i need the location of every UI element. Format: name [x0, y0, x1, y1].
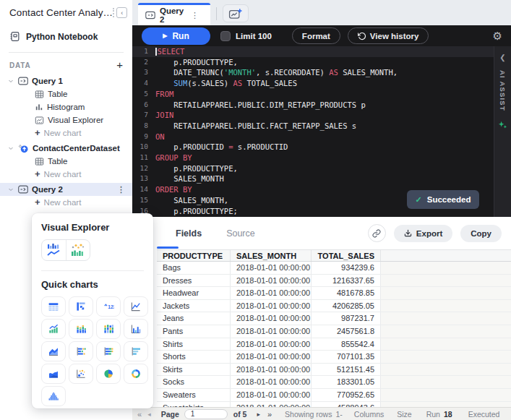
next-page-button[interactable]: ▸ [257, 411, 260, 418]
gear-icon[interactable]: ⚙ [493, 30, 505, 43]
quick-chart-line-icon[interactable] [124, 296, 148, 317]
quick-chart-combo-icon[interactable] [41, 319, 66, 339]
chevron-down-icon[interactable] [7, 145, 14, 152]
tree-item-query-1[interactable]: Query 1 [0, 74, 132, 87]
quick-chart-donut-icon[interactable] [124, 364, 148, 384]
table-row[interactable]: Sweaters2018-01-01 00:00:00770952.65 [157, 389, 511, 402]
code-line-11[interactable]: 11GROUP BY [132, 153, 494, 163]
copy-button[interactable]: Copy [460, 225, 502, 242]
python-notebook-item[interactable]: Python Notebook [0, 25, 132, 46]
table-row[interactable]: Skirts2018-01-01 00:00:00512151.45 [157, 364, 511, 377]
line-number: 13 [132, 173, 155, 184]
quick-chart-scatter-icon[interactable] [69, 364, 93, 384]
link-button[interactable] [368, 224, 386, 242]
expand-panel-icon[interactable]: ❮ [499, 53, 505, 61]
code-line-9[interactable]: 9ON [132, 132, 494, 142]
table-icon [35, 90, 44, 99]
tree-item-contactcenterdataset-new-chart[interactable]: +New chart [0, 168, 132, 181]
quick-chart-h-bar-icon[interactable] [124, 341, 148, 361]
quick-chart-pie-icon[interactable] [96, 364, 121, 384]
tree-item-query-2-new-chart[interactable]: +New chart [0, 196, 132, 209]
table-row[interactable]: Shorts2018-01-01 00:00:00707101.35 [157, 351, 511, 364]
ai-sparkles-icon[interactable] [498, 120, 507, 129]
table-row[interactable]: Sweatshirts2018-01-01 00:00:004588943.6 [157, 402, 511, 407]
query-tab-icon [145, 11, 155, 20]
tree-item-query-1-visual-explorer[interactable]: Visual Explorer [0, 113, 132, 127]
sidebar-collapse-button[interactable]: ‹ [113, 7, 127, 18]
run-label: Run [172, 31, 189, 41]
quick-chart-big-number-icon[interactable]: 123 [96, 296, 121, 317]
run-button[interactable]: ▶ Run [142, 27, 210, 45]
visual-explorer-popup: Visual Explorer Quick charts 123 [32, 213, 153, 408]
table-row[interactable]: Jeans2018-01-01 00:00:00987231.7 [157, 312, 511, 325]
data-section-label: DATA [9, 61, 31, 69]
code-line-1[interactable]: 1SELECT [132, 46, 494, 57]
svg-text:123: 123 [108, 304, 114, 309]
table-row[interactable]: Headwear2018-01-01 00:00:00481678.85 [157, 287, 511, 300]
code-line-3[interactable]: 3 DATE_TRUNC('MONTH', s.RECORDDATE) AS S… [132, 67, 494, 78]
table-row[interactable]: Socks2018-01-01 00:00:00183301.05 [157, 376, 511, 389]
format-button[interactable]: Format [292, 27, 340, 44]
columns-control[interactable]: Columns [354, 410, 384, 419]
tree-item-contactcenterdataset[interactable]: ContactCenterDataset [0, 142, 132, 155]
first-page-button[interactable]: « [137, 410, 142, 419]
new-element-tab-button[interactable] [223, 4, 249, 22]
tree-item-query-1-histogram[interactable]: Histogram [0, 100, 132, 113]
quick-chart-area-filled-icon[interactable] [41, 364, 66, 384]
add-data-button[interactable]: + [116, 61, 123, 69]
last-page-button[interactable]: » [267, 410, 272, 419]
code-line-10[interactable]: 10 p.PRODUCTID = s.PRODUCTID [132, 142, 494, 153]
quick-chart-table-icon[interactable] [41, 296, 66, 317]
quick-chart-h-bar-dots-icon[interactable] [69, 341, 93, 361]
code-line-4[interactable]: 4 SUM(s.SALES) AS TOTAL_SALES [132, 78, 494, 89]
tree-item-query-1-table[interactable]: Table [0, 87, 132, 100]
code-line-7[interactable]: 7JOIN [132, 110, 494, 121]
cell-sales_month: 2018-01-01 00:00:00 [231, 351, 312, 363]
cell-producttype: Jeans [157, 312, 231, 325]
quick-chart-pivot-icon[interactable] [69, 296, 93, 317]
code-line-13[interactable]: 13 SALES_MONTH [132, 173, 494, 184]
column-header-total_sales[interactable]: TOTAL_SALES [312, 250, 381, 261]
quick-chart-bar-chart-icon[interactable] [124, 319, 148, 339]
quick-chart-area-icon[interactable] [41, 341, 66, 361]
prev-page-button[interactable]: ◂ [147, 411, 151, 418]
item-menu-button[interactable]: ⋮ [117, 185, 132, 194]
cell-sales_month: 2018-01-01 00:00:00 [231, 300, 312, 312]
table-row[interactable]: Dresses2018-01-01 00:00:001216337.65 [157, 275, 511, 288]
quick-chart-histogram-icon[interactable] [41, 386, 66, 406]
visual-explorer-button[interactable] [41, 239, 90, 261]
table-row[interactable]: Shirts2018-01-01 00:00:00855542.4 [157, 338, 511, 351]
page-number-input[interactable] [184, 409, 228, 419]
table-row[interactable]: Pants2018-01-01 00:00:002457561.8 [157, 325, 511, 338]
size-control[interactable]: Size [397, 410, 411, 419]
tree-item-contactcenterdataset-table[interactable]: Table [0, 155, 132, 168]
export-button[interactable]: Export [394, 225, 452, 242]
limit-checkbox[interactable] [220, 31, 231, 41]
showing-rows-label: Showing rows [285, 410, 332, 419]
quick-chart-h-stacked-bar-icon[interactable] [96, 341, 121, 361]
limit-checkbox-row[interactable]: Limit 100 [220, 31, 272, 41]
column-header-producttype[interactable]: PRODUCTTYPE [157, 250, 231, 261]
code-line-5[interactable]: 5FROM [132, 89, 494, 100]
code-line-12[interactable]: 12 p.PRODUCTTYPE, [132, 163, 494, 174]
code-line-6[interactable]: 6 RETAILAPPAREL.PUBLIC.DIM_RETAPP_PRODUC… [132, 100, 494, 111]
tree-item-query-2[interactable]: Query 2⋮ [0, 183, 132, 196]
code-line-8[interactable]: 8 RETAILAPPAREL.PUBLIC.FACT_RETAPP_SALES… [132, 121, 494, 132]
line-number: 5 [132, 89, 155, 100]
code-line-2[interactable]: 2 p.PRODUCTTYPE, [132, 57, 494, 68]
tab-menu-button[interactable]: ⋮ [191, 11, 206, 20]
tab-fields[interactable]: Fields [176, 228, 202, 239]
chevron-down-icon[interactable] [7, 186, 14, 193]
tree-item-query-1-new-chart[interactable]: +New chart [0, 127, 132, 140]
quick-chart-stacked-column-icon[interactable] [69, 319, 93, 339]
quick-chart-column-icon[interactable] [96, 319, 121, 339]
column-header-sales_month[interactable]: SALES_MONTH [231, 250, 312, 261]
explorer-thumb-scatter-bars-icon [66, 240, 90, 260]
table-row[interactable]: Bags2018-01-01 00:00:00934239.6 [157, 262, 511, 275]
view-history-button[interactable]: View history [348, 27, 429, 44]
table-row[interactable]: Jackets2018-01-01 00:00:004206285.05 [157, 300, 511, 313]
tab-query-2[interactable]: Query 2 ⋮ [138, 3, 210, 25]
tab-source[interactable]: Source [226, 228, 255, 239]
chevron-down-icon[interactable] [7, 77, 14, 85]
tree-item-label: Query 1 [32, 77, 132, 85]
